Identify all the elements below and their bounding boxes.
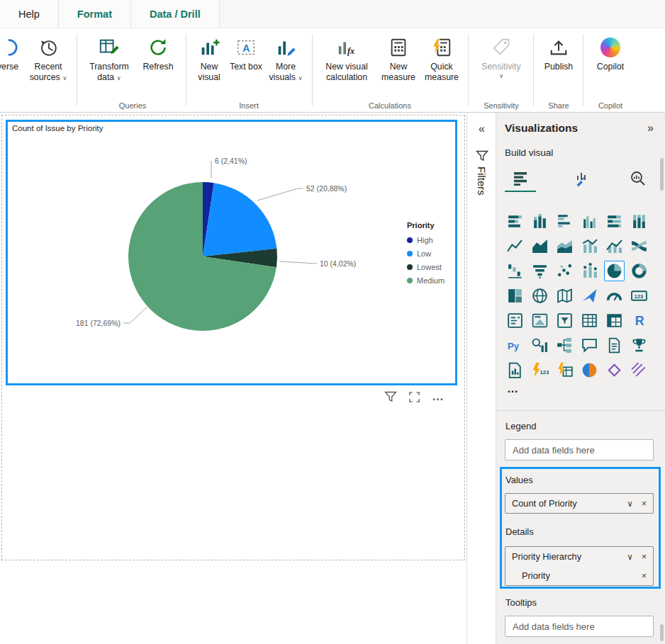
visual-icon-matrix[interactable]	[604, 310, 625, 331]
new-visual-calculation-button[interactable]: fx New visual calculation	[316, 35, 377, 82]
visual-icon-waterfall-chart[interactable]	[505, 261, 525, 281]
field-dropdown-icon[interactable]: ∨	[627, 552, 633, 562]
visual-icon-decomposition-tree[interactable]	[554, 335, 575, 356]
values-field-pill[interactable]: Count of Priority ∨ ×	[505, 493, 654, 514]
visual-icon-key-influencers[interactable]	[530, 335, 550, 356]
details-priority-row[interactable]: Priority ×	[505, 566, 653, 585]
visual-icon-slicer[interactable]	[554, 310, 575, 331]
legend-swatch-high	[407, 237, 413, 243]
legend-item-low[interactable]: Low	[407, 249, 445, 258]
visual-icon-card[interactable]: 123	[629, 286, 649, 306]
visual-icon-power-apps[interactable]: 123	[530, 360, 550, 380]
expand-filters-icon[interactable]: «	[468, 123, 496, 135]
pie-chart-visual[interactable]: Count of Issue by Priority 6 (2,41%) 52 …	[6, 120, 457, 385]
visual-icon-multi-row-card[interactable]	[505, 310, 525, 331]
visual-icon-paginated-report[interactable]	[505, 360, 525, 380]
visual-icon-line-chart[interactable]	[505, 236, 525, 256]
filters-pane-label[interactable]: Filters	[476, 166, 488, 196]
analytics-tab[interactable]	[624, 166, 652, 191]
tab-data-drill[interactable]: Data / Drill	[131, 0, 220, 28]
remove-field-icon[interactable]: ×	[642, 499, 647, 509]
visual-icon-smart-narrative[interactable]	[604, 335, 625, 356]
format-visual-tab[interactable]	[569, 166, 597, 191]
visual-icon-map[interactable]	[530, 286, 550, 306]
pie-chart: 6 (2,41%) 52 (20,88%) 10 (4,02%) 181 (72…	[8, 122, 455, 383]
visual-icon-donut-chart[interactable]	[629, 261, 649, 281]
svg-text:Py: Py	[508, 341, 520, 351]
refresh-button[interactable]: Refresh	[138, 35, 179, 72]
visual-icon-metrics-trophy[interactable]	[629, 335, 649, 356]
visual-icon-arcgis-map[interactable]	[579, 360, 600, 380]
legend-item-lowest[interactable]: Lowest	[407, 263, 445, 271]
tab-help[interactable]: Help	[0, 0, 59, 28]
visual-icon-pie-chart-selected[interactable]	[604, 261, 625, 281]
remove-field-icon[interactable]: ×	[642, 571, 647, 581]
tab-format[interactable]: Format	[59, 0, 131, 28]
visual-icon-area-chart[interactable]	[530, 236, 550, 256]
build-visual-tab[interactable]	[506, 166, 535, 191]
visual-icon-funnel-chart[interactable]	[530, 261, 550, 281]
visual-icon-gauge[interactable]	[604, 286, 625, 306]
remove-field-icon[interactable]: ×	[642, 552, 647, 562]
visual-icon-ribbon-chart[interactable]	[629, 236, 649, 256]
tooltips-well-label: Tooltips	[505, 597, 537, 608]
visual-icon-table[interactable]	[579, 310, 600, 331]
visual-icon-100-stacked-column-chart[interactable]	[629, 211, 649, 232]
visual-icon-custom-visual-lines[interactable]	[629, 360, 649, 380]
visual-icon-azure-map[interactable]	[579, 286, 600, 306]
publish-button[interactable]: Publish	[537, 35, 580, 72]
copilot-button[interactable]: Copilot	[587, 35, 634, 72]
text-box-button[interactable]: A Text box	[230, 35, 262, 72]
visual-icon-clustered-column-chart[interactable]	[579, 211, 600, 232]
pane-divider	[496, 410, 665, 411]
visual-icon-treemap[interactable]	[505, 286, 525, 306]
more-options-icon[interactable]: …	[432, 393, 444, 400]
visual-icon-kpi[interactable]	[530, 310, 550, 331]
quick-measure-button[interactable]: Quick measure	[420, 35, 464, 82]
ribbon-group-divider	[186, 34, 186, 106]
new-measure-button[interactable]: New measure	[379, 35, 418, 82]
visual-icon-line-and-clustered-column-chart[interactable]	[604, 236, 625, 256]
transform-data-button[interactable]: Transform data ∨	[82, 35, 136, 82]
legend-field-well[interactable]: Add data fields here	[505, 439, 654, 461]
visual-icon-power-automate[interactable]	[554, 360, 575, 380]
new-visual-button[interactable]: New visual	[190, 35, 228, 82]
focus-mode-icon[interactable]	[408, 391, 420, 403]
scrollbar-thumb[interactable]	[660, 624, 664, 641]
visual-icon-stacked-area-chart[interactable]	[554, 236, 575, 256]
visual-icon-scatter-chart[interactable]	[554, 261, 575, 281]
legend-item-medium[interactable]: Medium	[407, 276, 445, 285]
tooltips-field-well[interactable]: Add data fields here	[505, 616, 654, 637]
svg-text:123: 123	[634, 293, 643, 300]
visual-icon-r-script[interactable]: R	[629, 310, 649, 331]
collapse-pane-icon[interactable]: »	[647, 122, 654, 135]
visual-icon-line-and-stacked-column-chart[interactable]	[579, 236, 600, 256]
chevron-down-icon: ∨	[62, 74, 67, 81]
build-visual-icon	[512, 170, 529, 187]
recent-sources-button[interactable]: Recent sources ∨	[23, 35, 74, 82]
legend-item-high[interactable]: High	[407, 236, 445, 244]
visual-icon-combo-chart[interactable]	[579, 261, 600, 281]
field-dropdown-icon[interactable]: ∨	[627, 499, 633, 509]
details-hierarchy-row[interactable]: Priority Hierarchy ∨ ×	[505, 547, 653, 566]
visual-icon-python[interactable]: Py	[505, 335, 525, 356]
filters-funnel-icon[interactable]	[476, 149, 488, 165]
get-more-visuals-icon[interactable]: …	[507, 383, 518, 395]
sensitivity-button[interactable]: Sensitivity ∨	[472, 35, 530, 79]
ribbon-group-divider	[468, 34, 469, 106]
visual-icon-clustered-bar-chart[interactable]	[554, 211, 575, 232]
scrollbar-thumb[interactable]	[660, 158, 664, 191]
more-visuals-button[interactable]: More visuals ∨	[264, 35, 308, 82]
pie-slice-low[interactable]	[203, 183, 276, 256]
visual-icon-custom-visual-diamond[interactable]	[604, 360, 625, 380]
visual-icon-stacked-bar-chart[interactable]	[505, 211, 525, 232]
visual-icon-100-stacked-bar-chart[interactable]	[604, 211, 625, 232]
filter-funnel-icon[interactable]	[384, 390, 397, 403]
chart-legend: Priority High Low Lowest Medium	[407, 221, 445, 290]
visual-icon-stacked-column-chart[interactable]	[530, 211, 550, 232]
visual-icon-filled-map[interactable]	[554, 286, 575, 306]
refresh-icon	[147, 35, 169, 60]
report-canvas[interactable]: Count of Issue by Priority 6 (2,41%) 52 …	[0, 113, 467, 644]
visual-icon-qa[interactable]	[579, 335, 600, 356]
dataverse-button[interactable]: verse	[0, 35, 26, 72]
